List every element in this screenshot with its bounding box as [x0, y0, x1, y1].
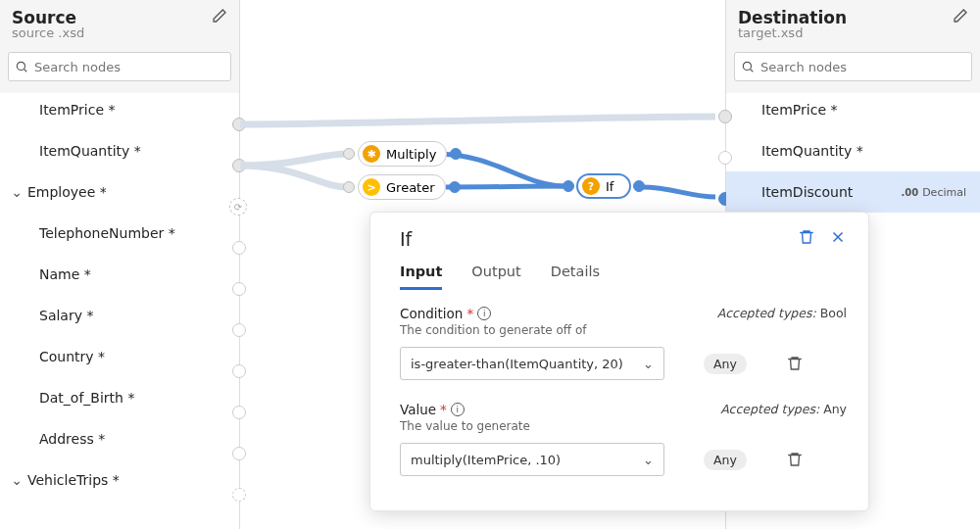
- condition-accepted: Accepted types: Bool: [717, 306, 847, 320]
- destination-search-input[interactable]: [760, 60, 965, 74]
- destination-item[interactable]: ItemPrice *: [726, 89, 980, 130]
- destination-search[interactable]: [734, 52, 972, 81]
- svg-point-0: [17, 62, 24, 70]
- source-item[interactable]: ItemPrice *: [0, 89, 239, 130]
- source-title: Source: [12, 8, 84, 27]
- source-item[interactable]: Salary *: [0, 295, 239, 336]
- destination-item[interactable]: ItemQuantity *: [726, 130, 980, 171]
- greater-icon: >: [363, 178, 380, 196]
- condition-input[interactable]: is-greater-than(ItemQuantity, 20) ⌄: [400, 347, 664, 380]
- greater-node[interactable]: > Greater: [358, 174, 446, 200]
- chevron-down-icon: ⌄: [10, 472, 24, 488]
- source-item[interactable]: ⌄VehicleTrips *: [0, 459, 239, 501]
- type-pill: Any: [704, 354, 747, 374]
- port-icon[interactable]: [563, 180, 574, 192]
- type-badge: .00Decimal: [901, 186, 966, 199]
- value-label: Value* i: [400, 402, 530, 417]
- pencil-icon[interactable]: [212, 8, 227, 24]
- pencil-icon[interactable]: [953, 8, 968, 24]
- chevron-down-icon: ⌄: [10, 184, 24, 200]
- multiply-node[interactable]: ✱ Multiply: [358, 141, 447, 167]
- destination-item[interactable]: ItemDiscount .00Decimal: [726, 171, 980, 213]
- source-item[interactable]: Country *: [0, 336, 239, 377]
- trash-icon[interactable]: [786, 355, 804, 372]
- port-icon[interactable]: [450, 148, 462, 160]
- source-item[interactable]: Address *: [0, 418, 239, 459]
- condition-label: Condition* i: [400, 306, 586, 321]
- info-icon[interactable]: i: [477, 307, 491, 320]
- popover-title: If: [400, 228, 412, 250]
- popover-tabs: Input Output Details: [400, 260, 847, 290]
- tab-details[interactable]: Details: [551, 260, 600, 290]
- chevron-down-icon: ⌄: [643, 453, 654, 467]
- chevron-down-icon: ⌄: [643, 357, 654, 371]
- question-icon: ?: [582, 177, 600, 195]
- source-panel: Source source .xsd ItemPrice * ItemQuant…: [0, 0, 240, 529]
- source-search[interactable]: [8, 52, 231, 81]
- port-icon[interactable]: [633, 180, 645, 192]
- destination-title: Destination: [738, 8, 847, 27]
- search-icon: [741, 60, 755, 73]
- tab-input[interactable]: Input: [400, 260, 442, 290]
- svg-point-1: [743, 62, 751, 70]
- info-icon[interactable]: i: [451, 403, 465, 416]
- tab-output[interactable]: Output: [471, 260, 520, 290]
- trash-icon[interactable]: [798, 228, 815, 246]
- value-input[interactable]: multiply(ItemPrice, .10) ⌄: [400, 443, 664, 476]
- source-item[interactable]: Dat_of_Birth *: [0, 377, 239, 418]
- search-icon: [15, 60, 28, 73]
- condition-hint: The condition to generate off of: [400, 323, 586, 337]
- source-item[interactable]: Name *: [0, 254, 239, 295]
- type-pill: Any: [704, 450, 747, 470]
- trash-icon[interactable]: [786, 451, 804, 468]
- port-icon[interactable]: [449, 181, 461, 193]
- node-properties-popover: If Input Output Details Condition* i The…: [369, 212, 869, 511]
- source-item[interactable]: ⌄Employee *: [0, 171, 239, 213]
- source-file: source .xsd: [12, 25, 84, 40]
- multiply-icon: ✱: [363, 145, 380, 163]
- destination-file: target.xsd: [738, 25, 847, 40]
- value-hint: The value to generate: [400, 419, 530, 433]
- if-node[interactable]: ? If: [576, 173, 631, 199]
- close-icon[interactable]: [829, 228, 847, 246]
- source-search-input[interactable]: [34, 60, 224, 74]
- port-icon[interactable]: [343, 148, 355, 160]
- port-icon[interactable]: [343, 181, 355, 193]
- source-item[interactable]: ItemQuantity *: [0, 130, 239, 171]
- source-item[interactable]: TelephoneNumber *: [0, 213, 239, 254]
- value-accepted: Accepted types: Any: [720, 402, 847, 416]
